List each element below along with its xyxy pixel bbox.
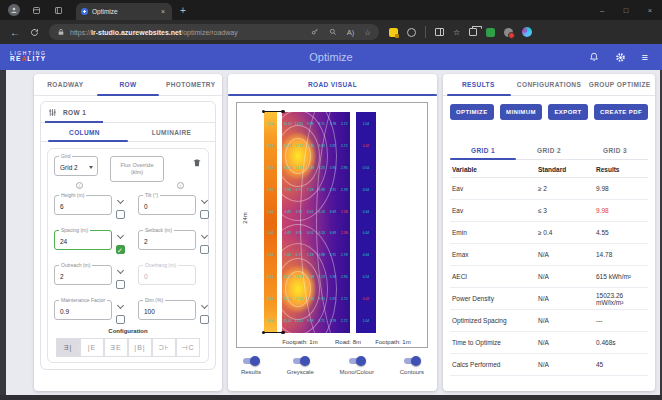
toggle-switch[interactable] [243, 358, 258, 364]
browser-titlebar: Optimize × + [0, 0, 662, 20]
setback-lock-checkbox[interactable] [200, 245, 209, 254]
zoom-icon[interactable] [329, 28, 337, 36]
tab-results[interactable]: RESULTS [443, 81, 514, 88]
toggle-switch[interactable] [349, 358, 364, 364]
toggle-mono-colour: Mono/Colour [340, 356, 374, 375]
tab-column[interactable]: COLUMN [41, 129, 128, 136]
new-tab-button[interactable]: + [180, 5, 186, 16]
chevron-down-icon[interactable] [200, 300, 208, 311]
illuminance-value: 0.54 [356, 166, 376, 169]
outreach-field[interactable]: Outreach (m) 2 [54, 265, 112, 285]
illuminance-value: 9.93 [316, 297, 327, 300]
toggle-switch[interactable] [293, 358, 308, 364]
close-button[interactable]: × [638, 0, 662, 20]
favorites-bar-icon[interactable]: ☆ [453, 28, 460, 37]
illuminance-value: 0.42 [356, 144, 376, 147]
dim-field[interactable]: Dim (%) 100 [138, 300, 196, 320]
password-key-icon[interactable] [311, 28, 319, 36]
chevron-down-icon[interactable] [116, 195, 124, 206]
tab-row[interactable]: ROW [97, 81, 160, 88]
tab-grid-2[interactable]: GRID 2 [516, 147, 582, 154]
flux-override-input[interactable]: Flux Override(klm) [110, 156, 164, 182]
tab-title: Optimize [92, 8, 159, 15]
browser-essentials-icon[interactable] [407, 28, 416, 37]
address-bar[interactable]: https://lr-studio.azurewebsites.net/opti… [49, 24, 379, 40]
results-table: Variable Standard Results Eav≥ 29.98Eav≤… [450, 162, 648, 376]
tab-roadway[interactable]: ROADWAY [34, 81, 97, 88]
tab-close-icon[interactable]: × [159, 8, 167, 15]
info-icon-right[interactable]: i [177, 182, 184, 189]
config-option-staggered-left[interactable]: Ɔ⊦ [152, 338, 176, 357]
toggle-switch[interactable] [404, 358, 419, 364]
create-pdf-button[interactable]: CREATE PDF [594, 104, 648, 120]
optimize-button[interactable]: OPTIMIZE [450, 104, 494, 120]
refresh-icon[interactable] [30, 28, 39, 37]
tilt-lock-checkbox[interactable] [200, 210, 209, 219]
illuminance-value: 9.93 [316, 144, 327, 147]
export-button[interactable]: EXPORT [548, 104, 587, 120]
tab-road-visual[interactable]: ROAD VISUAL [228, 81, 437, 88]
illuminance-value: 2.78 [339, 253, 350, 256]
illuminance-value: 9.98 [305, 122, 316, 125]
profile-avatar[interactable] [6, 2, 22, 18]
tab-favicon-icon [81, 8, 88, 15]
config-option-single-side-right[interactable]: |E [80, 338, 104, 357]
extension-badge-icon[interactable] [504, 28, 513, 37]
active-tab-indicator [97, 94, 160, 96]
copilot-icon[interactable] [522, 27, 532, 37]
delete-row-trash-icon[interactable] [192, 157, 202, 182]
tab-group-optimize[interactable]: GROUP OPTIMIZE [584, 81, 655, 88]
illuminance-value: 12.38 [305, 166, 316, 169]
row-container: ROW 1 COLUMN LUMINAIRE Grid Grid 2 [40, 101, 216, 370]
maximize-button[interactable]: □ [614, 0, 638, 20]
illuminance-value: 2.96 [339, 275, 350, 278]
split-screen-icon[interactable] [435, 28, 444, 36]
footpath-left-label: Footpath: 1m [282, 339, 317, 345]
tilt-field[interactable]: Tilt (°) 0 [138, 195, 196, 215]
chevron-down-icon[interactable] [116, 265, 124, 276]
config-option-twin-central[interactable]: |B| [128, 338, 152, 357]
browser-tab[interactable]: Optimize × [76, 3, 172, 20]
web-capture-icon[interactable] [389, 28, 398, 37]
right-panel-tabs: RESULTS CONFIGURATIONS GROUP OPTIMIZE [443, 74, 655, 96]
minimum-button[interactable]: MINIMUM [500, 104, 542, 120]
illuminance-value: 17.02 [293, 297, 304, 300]
minimize-button[interactable]: – [590, 0, 614, 20]
grid-select[interactable]: Grid Grid 2 [54, 156, 98, 176]
chevron-down-icon[interactable] [200, 230, 208, 241]
dim-lock-checkbox[interactable] [200, 315, 209, 324]
outreach-lock-checkbox[interactable] [116, 280, 125, 289]
favorites-icon[interactable]: ☆ [364, 28, 371, 37]
workspaces-icon[interactable] [28, 2, 44, 18]
extension-green-icon[interactable] [486, 28, 495, 37]
tab-actions-icon[interactable] [50, 2, 66, 18]
spacing-lock-checkbox[interactable]: ✓ [116, 245, 125, 254]
row-1-tab[interactable]: ROW 1 [41, 102, 215, 123]
height-lock-checkbox[interactable] [116, 210, 125, 219]
collections-icon[interactable] [469, 28, 477, 36]
config-option-opposite[interactable]: ƎE [104, 338, 128, 357]
chevron-down-icon[interactable] [200, 195, 208, 206]
tab-photometry[interactable]: PHOTOMETRY [159, 81, 222, 88]
maintenance-factor-field[interactable]: Maintenance Factor 0.9 [54, 300, 112, 320]
spacing-field[interactable]: Spacing (m) 24 [54, 230, 112, 250]
illuminance-row: 1.444.494.956.016.136.692.380.44 [264, 210, 376, 213]
info-icon[interactable]: i [76, 182, 83, 189]
illuminance-value: 1.04 [356, 319, 376, 322]
tab-configurations[interactable]: CONFIGURATIONS [514, 81, 585, 88]
setback-field[interactable]: Setback (m) 2 [138, 230, 196, 250]
maintenance-factor-lock-checkbox[interactable] [116, 315, 125, 324]
tab-grid-3[interactable]: GRID 3 [582, 147, 648, 154]
height-field[interactable]: Height (m) 6 [54, 195, 112, 215]
chevron-down-icon[interactable] [116, 230, 124, 241]
tab-luminaire[interactable]: LUMINAIRE [128, 129, 215, 136]
illuminance-value: 15.32 [282, 122, 293, 125]
tab-grid-1[interactable]: GRID 1 [450, 147, 516, 154]
back-icon[interactable]: ← [10, 27, 20, 38]
chevron-down-icon[interactable] [116, 300, 124, 311]
window-edge-left [0, 70, 6, 400]
illuminance-value: 9.98 [305, 319, 316, 322]
config-option-single-side-left[interactable]: Ǝ| [56, 338, 80, 357]
read-aloud-icon[interactable]: A) [347, 28, 355, 37]
config-option-staggered-right[interactable]: ⊣C [176, 338, 200, 357]
